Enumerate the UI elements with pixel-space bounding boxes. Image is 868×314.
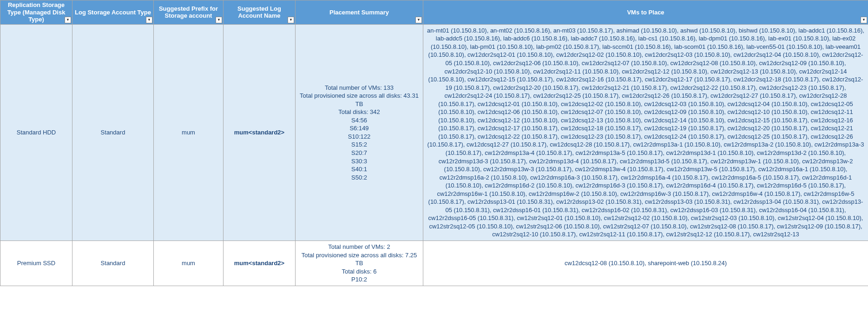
summary-line: Total disks: 6	[298, 267, 420, 276]
col-vms-to-place[interactable]: VMs to Place ▼	[423, 0, 868, 25]
summary-line: S10:122	[298, 133, 420, 141]
summary-line: Total number of VMs: 2	[298, 243, 420, 251]
col-placement-summary[interactable]: Placement Summary ▼	[296, 0, 423, 25]
cell-summary: Total number of VMs: 2 Total provisioned…	[296, 241, 423, 286]
header-label: Suggested Log Account Name	[237, 5, 281, 20]
cell-log-type: Standard	[72, 241, 154, 286]
summary-line: S6:149	[298, 124, 420, 133]
summary-line: Total number of VMs: 133	[298, 84, 420, 92]
cell-log-type: Standard	[72, 24, 154, 241]
cell-vms: cw12dcsq12-08 (10.150.8.10), sharepoint-…	[423, 241, 868, 286]
summary-line: S30:3	[298, 157, 420, 166]
col-suggested-log-account[interactable]: Suggested Log Account Name ▼	[224, 0, 296, 25]
filter-dropdown-icon[interactable]: ▼	[146, 17, 152, 23]
summary-line: S20:7	[298, 149, 420, 157]
filter-dropdown-icon[interactable]: ▼	[861, 17, 867, 23]
summary-line: S4:56	[298, 116, 420, 125]
cell-replication: Standard HDD	[0, 24, 72, 241]
summary-line: Total disks: 342	[298, 108, 420, 116]
summary-line: S50:2	[298, 174, 420, 182]
filter-dropdown-icon[interactable]: ▼	[415, 17, 422, 23]
summary-line: P10:2	[298, 275, 420, 284]
header-label: Suggested Prefix for Storage account	[159, 5, 218, 20]
cell-log-name: mum<standard2>	[224, 241, 296, 286]
cell-prefix: mum	[154, 241, 224, 286]
header-label: VMs to Place	[627, 9, 664, 16]
col-suggested-prefix[interactable]: Suggested Prefix for Storage account ▼	[154, 0, 224, 25]
col-log-storage-type[interactable]: Log Storage Account Type ▼	[72, 0, 154, 25]
header-label: Log Storage Account Type	[75, 9, 151, 16]
cell-prefix: mum	[154, 24, 224, 241]
col-replication-type[interactable]: Replication Storage Type (Managed Disk T…	[0, 0, 72, 25]
filter-dropdown-icon[interactable]: ▼	[288, 17, 294, 23]
header-row: Replication Storage Type (Managed Disk T…	[0, 0, 868, 25]
cell-replication: Premium SSD	[0, 241, 72, 286]
cell-log-name: mum<standard2>	[224, 24, 296, 241]
filter-dropdown-icon[interactable]: ▼	[216, 17, 222, 23]
header-label: Placement Summary	[329, 9, 389, 16]
placement-table: Replication Storage Type (Managed Disk T…	[0, 0, 868, 286]
summary-line: S40:1	[298, 165, 420, 174]
cell-summary: Total number of VMs: 133 Total provision…	[296, 24, 423, 241]
header-label: Replication Storage Type (Managed Disk T…	[7, 1, 66, 23]
table-row[interactable]: Standard HDD Standard mum mum<standard2>…	[0, 24, 868, 241]
summary-line: Total provisioned size across all disks:…	[298, 92, 420, 108]
table-row[interactable]: Premium SSD Standard mum mum<standard2> …	[0, 241, 868, 286]
summary-line: Total provisioned size across all disks:…	[298, 251, 420, 267]
cell-vms: an-mt01 (10.150.8.10), an-mt02 (10.150.8…	[423, 24, 868, 241]
summary-line: S15:2	[298, 140, 420, 149]
filter-dropdown-icon[interactable]: ▼	[65, 17, 71, 23]
